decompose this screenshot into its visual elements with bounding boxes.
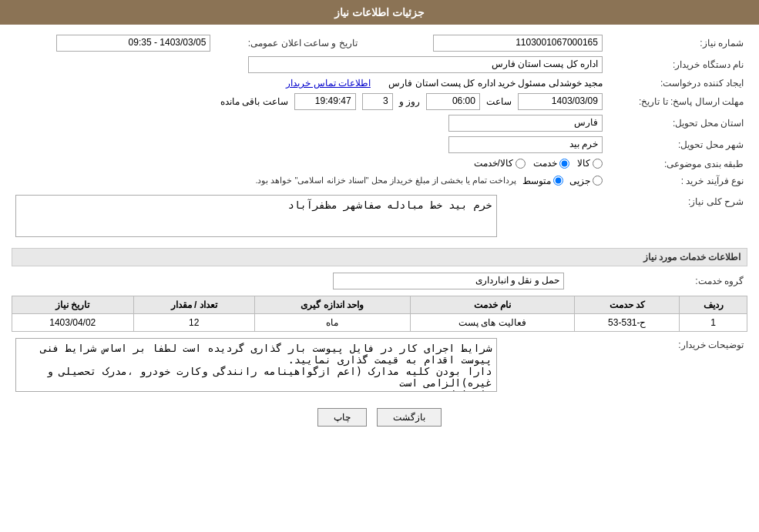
category-radio-service[interactable]: [559, 159, 569, 169]
description-label: شرح کلی نیاز:: [501, 192, 747, 242]
creator-label: ایجاد کننده درخواست:: [606, 75, 747, 91]
col-name: نام خدمت: [410, 296, 575, 313]
table-row: 1ح-531-53فعالیت های پستماه121403/04/02: [12, 313, 747, 331]
services-table: ردیف کد حدمت نام خدمت واحد اندازه گیری ت…: [12, 296, 747, 332]
service-group-value: حمل و نقل و انبارداری: [333, 273, 564, 289]
purchase-type-medium: متوسط: [522, 176, 563, 186]
col-row: ردیف: [680, 296, 747, 313]
purchase-type-partial-label: جزیی: [569, 176, 590, 186]
reply-date-value: 1403/03/09: [518, 93, 603, 110]
category-both-label: کالا/خدمت: [474, 158, 513, 169]
category-option-goods: کالا: [577, 158, 603, 169]
col-unit: واحد اندازه گیری: [254, 296, 410, 313]
col-code: کد حدمت: [575, 296, 680, 313]
buyer-notes-table: توضیحات خریدار:: [12, 336, 747, 396]
announce-datetime-label: تاریخ و ساعت اعلان عمومی:: [214, 32, 361, 54]
province-label: استان محل تحویل:: [606, 112, 747, 134]
description-textarea[interactable]: [15, 195, 497, 237]
cell-name: فعالیت های پست: [410, 313, 575, 331]
contact-link[interactable]: اطلاعات تماس خریدار: [286, 78, 371, 89]
content-area: شماره نیاز: 1103001067000165 تاریخ و ساع…: [0, 25, 759, 442]
col-date: تاریخ نیاز: [12, 296, 134, 313]
reply-deadline-label: مهلت ارسال پاسخ: تا تاریخ:: [606, 91, 747, 112]
city-value: خرم بید: [448, 136, 603, 153]
category-radio-both[interactable]: [516, 159, 526, 169]
category-label: طبقه بندی موضوعی:: [606, 156, 747, 173]
print-button[interactable]: چاپ: [317, 408, 367, 427]
purchase-type-row: جزیی متوسط پرداخت تمام یا بخشی از مبلغ خ…: [15, 176, 603, 186]
province-value: فارس: [448, 115, 603, 132]
cell-quantity: 12: [133, 313, 254, 331]
reply-time-label: ساعت: [486, 96, 512, 107]
page-header: جزئیات اطلاعات نیاز: [0, 0, 759, 25]
need-number-value: 1103001067000165: [433, 35, 603, 52]
description-table: شرح کلی نیاز:: [12, 192, 747, 242]
cell-code: ح-531-53: [575, 313, 680, 331]
announce-datetime-value: 1403/03/05 - 09:35: [56, 35, 210, 52]
need-number-label: شماره نیاز:: [606, 32, 747, 54]
category-goods-label: کالا: [577, 158, 590, 169]
buyer-notes-textarea[interactable]: [15, 338, 497, 392]
button-bar: بازگشت چاپ: [12, 408, 747, 427]
buyer-notes-label: توضیحات خریدار:: [501, 336, 747, 396]
reply-deadline-row: 1403/03/09 ساعت 06:00 روز و 3 19:49:47 س…: [15, 93, 603, 110]
page-title: جزئیات اطلاعات نیاز: [334, 6, 425, 18]
purchase-type-medium-label: متوسط: [522, 176, 551, 186]
buyer-org-label: نام دستگاه خریدار:: [606, 54, 747, 75]
purchase-type-radio-medium[interactable]: [553, 176, 563, 186]
reply-remaining-label: ساعت باقی مانده: [220, 96, 288, 107]
col-quantity: تعداد / مقدار: [133, 296, 254, 313]
services-section-title: اطلاعات خدمات مورد نیاز: [12, 248, 747, 266]
reply-time-value: 06:00: [426, 93, 480, 110]
back-button[interactable]: بازگشت: [377, 408, 442, 427]
creator-value: مجید خوشدلی مسئول خرید اداره کل پست استا…: [388, 78, 603, 89]
purchase-type-partial: جزیی: [569, 176, 603, 186]
service-group-table: گروه خدمت: حمل و نقل و انبارداری: [12, 270, 747, 292]
basic-info-table: شماره نیاز: 1103001067000165 تاریخ و ساع…: [12, 32, 747, 189]
buyer-org-value: اداره کل پست استان فارس: [248, 56, 603, 73]
cell-unit: ماه: [254, 313, 410, 331]
reply-days-value: 3: [362, 93, 393, 110]
city-label: شهر محل تحویل:: [606, 134, 747, 156]
service-group-label: گروه خدمت:: [568, 270, 747, 292]
purchase-type-note: پرداخت تمام یا بخشی از مبلغ خریداز محل "…: [255, 176, 516, 186]
cell-row: 1: [680, 313, 747, 331]
reply-remaining-value: 19:49:47: [294, 93, 356, 110]
category-radio-group: کالا خدمت کالا/خدمت: [474, 158, 603, 169]
reply-days-label: روز و: [399, 96, 420, 107]
cell-date: 1403/04/02: [12, 313, 134, 331]
category-radio-goods[interactable]: [593, 159, 603, 169]
category-option-both: کالا/خدمت: [474, 158, 526, 169]
category-service-label: خدمت: [533, 158, 557, 169]
purchase-type-radio-partial[interactable]: [593, 176, 603, 186]
category-option-service: خدمت: [533, 158, 569, 169]
purchase-type-label: نوع فرآیند خرید :: [606, 173, 747, 189]
